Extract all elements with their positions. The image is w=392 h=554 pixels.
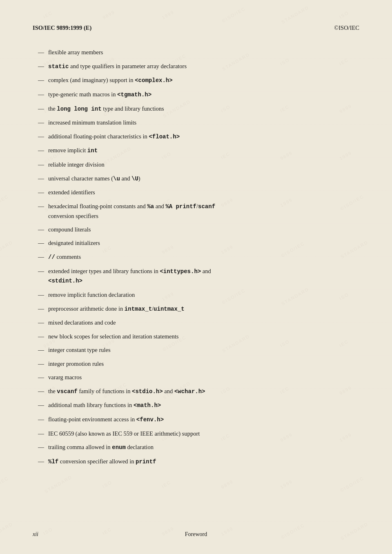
list-item-text: mixed declarations and code: [48, 318, 359, 327]
list-item-text: hexadecimal floating-point constants and…: [48, 202, 359, 220]
list-item-text: %lf conversion specifier allowed in prin…: [48, 457, 359, 467]
list-dash: —: [33, 238, 48, 248]
list-item: —designated initializers: [33, 238, 359, 248]
list-item-text: floating-point environment access in <fe…: [48, 415, 359, 425]
list-dash: —: [33, 174, 48, 183]
list-item: —preprocessor arithmetic done in intmax_…: [33, 304, 359, 314]
list-item-text: flexible array members: [48, 48, 359, 57]
list-item-text: trailing comma allowed in enum declarati…: [48, 443, 359, 452]
list-dash: —: [33, 387, 48, 396]
list-item-text: the vscanf family of functions in <stdio…: [48, 387, 359, 396]
list-item: —the vscanf family of functions in <stdi…: [33, 387, 359, 396]
list-dash: —: [33, 290, 48, 300]
list-item: —IEC 60559 (also known as IEC 559 or IEE…: [33, 429, 359, 438]
list-dash: —: [33, 332, 48, 341]
list-item: —mixed declarations and code: [33, 318, 359, 327]
list-item-text: compound literals: [48, 225, 359, 234]
list-item: —extended integer types and library func…: [33, 267, 359, 286]
list-item: —complex (and imaginary) support in <com…: [33, 76, 359, 85]
list-dash: —: [33, 443, 48, 452]
list-item-text: remove implicit int: [48, 146, 359, 156]
page-header: ISO/IEC 9899:1999 (E) ©ISO/IEC: [33, 24, 359, 33]
list-item-text: // comments: [48, 252, 359, 262]
page: ISO/IEC 9899:1999 (E) ©ISO/IEC —flexible…: [0, 0, 392, 554]
list-item-text: preprocessor arithmetic done in intmax_t…: [48, 304, 359, 314]
list-item: —static and type qualifiers in parameter…: [33, 62, 359, 71]
list-item-text: extended integer types and library funct…: [48, 267, 359, 286]
list-item: —universal character names (\u and \U): [33, 174, 359, 184]
list-item-text: integer promotion rules: [48, 359, 359, 368]
list-dash: —: [33, 160, 48, 169]
list-item: —integer constant type rules: [33, 345, 359, 355]
list-item: —%lf conversion specifier allowed in pri…: [33, 457, 359, 467]
list-dash: —: [33, 373, 48, 382]
list-dash: —: [33, 118, 48, 127]
list-item-text: increased minimum translation limits: [48, 118, 359, 127]
list-item: —additional floating-point characteristi…: [33, 132, 359, 142]
list-dash: —: [33, 429, 48, 438]
list-dash: —: [33, 457, 48, 466]
list-item-text: additional math library functions in <ma…: [48, 400, 359, 410]
list-item: —vararg macros: [33, 373, 359, 382]
list-item: —new block scopes for selection and iter…: [33, 332, 359, 341]
page-footer: xii Foreword: [33, 531, 359, 538]
list-dash: —: [33, 225, 48, 234]
content-list: —flexible array members—static and type …: [33, 48, 359, 467]
list-item: —additional math library functions in <m…: [33, 400, 359, 410]
list-item: —the long long int type and library func…: [33, 104, 359, 114]
footer-page-number: xii: [33, 531, 38, 538]
list-item-text: new block scopes for selection and itera…: [48, 332, 359, 341]
list-item-text: additional floating-point characteristic…: [48, 132, 359, 142]
list-dash: —: [33, 415, 48, 424]
list-item-text: reliable integer division: [48, 160, 359, 169]
list-item: —extended identifiers: [33, 188, 359, 197]
list-item: —trailing comma allowed in enum declarat…: [33, 443, 359, 452]
list-item-text: integer constant type rules: [48, 345, 359, 354]
list-dash: —: [33, 304, 48, 314]
list-item-text: type-generic math macros in <tgmath.h>: [48, 90, 359, 100]
list-item-text: IEC 60559 (also known as IEC 559 or IEEE…: [48, 429, 359, 438]
list-item: —increased minimum translation limits: [33, 118, 359, 127]
list-dash: —: [33, 76, 48, 85]
list-dash: —: [33, 252, 48, 262]
list-item-text: the long long int type and library funct…: [48, 104, 359, 114]
list-dash: —: [33, 359, 48, 369]
list-dash: —: [33, 318, 48, 327]
list-dash: —: [33, 90, 48, 99]
list-dash: —: [33, 132, 48, 141]
list-item: —flexible array members: [33, 48, 359, 57]
list-dash: —: [33, 62, 48, 71]
header-copyright: ©ISO/IEC: [334, 24, 359, 31]
list-item-text: universal character names (\u and \U): [48, 174, 359, 184]
list-dash: —: [33, 48, 48, 57]
list-item-text: vararg macros: [48, 373, 359, 382]
list-item-text: static and type qualifiers in parameter …: [48, 62, 359, 71]
footer-section-title: Foreword: [185, 531, 207, 538]
list-item: —compound literals: [33, 225, 359, 234]
list-dash: —: [33, 202, 48, 211]
list-item: —type-generic math macros in <tgmath.h>: [33, 90, 359, 100]
list-dash: —: [33, 400, 48, 410]
list-item-text: extended identifiers: [48, 188, 359, 197]
list-item: —remove implicit function declaration: [33, 290, 359, 300]
list-dash: —: [33, 345, 48, 355]
list-item-text: designated initializers: [48, 238, 359, 247]
list-dash: —: [33, 267, 48, 276]
list-item: —reliable integer division: [33, 160, 359, 169]
list-item: —floating-point environment access in <f…: [33, 415, 359, 425]
list-item: —integer promotion rules: [33, 359, 359, 369]
list-item: —// comments: [33, 252, 359, 262]
list-dash: —: [33, 188, 48, 197]
list-item: —remove implicit int: [33, 146, 359, 156]
list-item-text: remove implicit function declaration: [48, 290, 359, 299]
header-title: ISO/IEC 9899:1999 (E): [33, 24, 91, 31]
list-dash: —: [33, 146, 48, 155]
list-item-text: complex (and imaginary) support in <comp…: [48, 76, 359, 85]
list-dash: —: [33, 104, 48, 113]
list-item: —hexadecimal floating-point constants an…: [33, 202, 359, 220]
